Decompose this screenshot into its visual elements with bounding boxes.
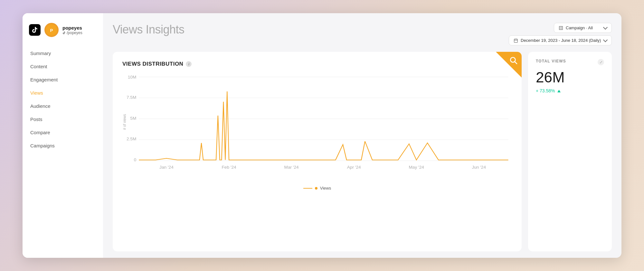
- expand-icon[interactable]: [598, 59, 604, 65]
- svg-text:Jan '24: Jan '24: [159, 165, 174, 170]
- sidebar: P popeyes /popeyes Summary Content Engag…: [23, 13, 103, 258]
- campaign-chevron-icon: [603, 25, 608, 30]
- legend-label: Views: [320, 186, 331, 191]
- sidebar-item-content[interactable]: Content: [23, 60, 103, 73]
- svg-text:# of views: # of views: [122, 114, 127, 130]
- campaign-dropdown-left: Campaign · All: [559, 25, 593, 30]
- brand-logo: P: [44, 23, 59, 37]
- brand-area: P popeyes /popeyes: [23, 20, 103, 43]
- legend-dot-icon: [315, 187, 317, 190]
- legend-line-icon: [303, 188, 312, 189]
- app-window: P popeyes /popeyes Summary Content Engag…: [23, 13, 621, 258]
- brand-info: popeyes /popeyes: [62, 25, 82, 35]
- svg-line-7: [515, 62, 517, 64]
- total-views-value: 26M: [536, 70, 604, 85]
- svg-text:7.5M: 7.5M: [127, 95, 136, 100]
- top-controls: Campaign · All December 19, 2023 - June …: [509, 23, 612, 45]
- svg-text:0: 0: [134, 158, 137, 162]
- content-grid: VIEWS DISTRIBUTION i 10M 7.5M 5M 2.5M 0 …: [113, 52, 612, 251]
- nav-list: Summary Content Engagement Views Audienc…: [23, 43, 103, 155]
- sidebar-item-posts[interactable]: Posts: [23, 113, 103, 126]
- campaign-icon: [559, 26, 563, 30]
- total-views-change: + 73.58%: [536, 88, 561, 93]
- search-corner-icon[interactable]: [509, 56, 518, 67]
- sidebar-item-engagement[interactable]: Engagement: [23, 73, 103, 86]
- calendar-icon: [514, 38, 518, 43]
- chart-legend: Views: [122, 186, 512, 191]
- svg-text:Jun '24: Jun '24: [472, 165, 486, 170]
- svg-rect-2: [514, 39, 518, 42]
- right-panel: TOTAL VIEWS 26M + 73.58%: [528, 52, 612, 251]
- main-content: Views Insights Campaign · All December 1…: [103, 13, 621, 258]
- svg-point-6: [510, 57, 515, 62]
- svg-text:2.5M: 2.5M: [127, 137, 136, 141]
- views-line: [139, 91, 508, 160]
- campaign-dropdown[interactable]: Campaign · All: [554, 23, 612, 33]
- svg-text:May '24: May '24: [409, 165, 424, 170]
- date-dropdown-left: December 19, 2023 - June 18, 2024 (Daily…: [514, 38, 601, 43]
- svg-text:Mar '24: Mar '24: [284, 165, 298, 170]
- brand-name: popeyes: [62, 25, 82, 31]
- change-arrow-icon: [557, 90, 561, 92]
- sidebar-item-views[interactable]: Views: [23, 86, 103, 99]
- svg-text:Apr '24: Apr '24: [347, 165, 361, 170]
- chart-header: VIEWS DISTRIBUTION i: [122, 61, 512, 67]
- campaign-label: Campaign · All: [566, 25, 593, 30]
- sidebar-item-audience[interactable]: Audience: [23, 99, 103, 113]
- date-chevron-icon: [603, 38, 608, 42]
- chart-panel: VIEWS DISTRIBUTION i 10M 7.5M 5M 2.5M 0 …: [113, 52, 522, 251]
- info-icon[interactable]: i: [186, 61, 192, 67]
- sidebar-item-compare[interactable]: Compare: [23, 126, 103, 139]
- date-dropdown[interactable]: December 19, 2023 - June 18, 2024 (Daily…: [509, 35, 612, 45]
- sidebar-item-campaigns[interactable]: Campaigns: [23, 139, 103, 152]
- svg-text:5M: 5M: [130, 116, 136, 121]
- handle-text: /popeyes: [67, 31, 82, 35]
- total-views-card: TOTAL VIEWS 26M + 73.58%: [528, 52, 612, 251]
- chart-container: 10M 7.5M 5M 2.5M 0 # of views: [122, 74, 512, 183]
- svg-text:Feb '24: Feb '24: [222, 165, 236, 170]
- total-views-title: TOTAL VIEWS: [536, 59, 566, 63]
- sidebar-item-summary[interactable]: Summary: [23, 47, 103, 60]
- chart-title: VIEWS DISTRIBUTION: [122, 61, 183, 67]
- tiktok-icon: [29, 24, 41, 36]
- date-label: December 19, 2023 - June 18, 2024 (Daily…: [521, 38, 601, 43]
- svg-text:P: P: [50, 28, 53, 33]
- page-title: Views Insights: [113, 23, 184, 36]
- views-chart-svg: 10M 7.5M 5M 2.5M 0 # of views: [122, 74, 512, 177]
- brand-handle: /popeyes: [62, 31, 82, 35]
- svg-text:10M: 10M: [128, 75, 137, 79]
- top-bar: Views Insights Campaign · All December 1…: [113, 23, 612, 45]
